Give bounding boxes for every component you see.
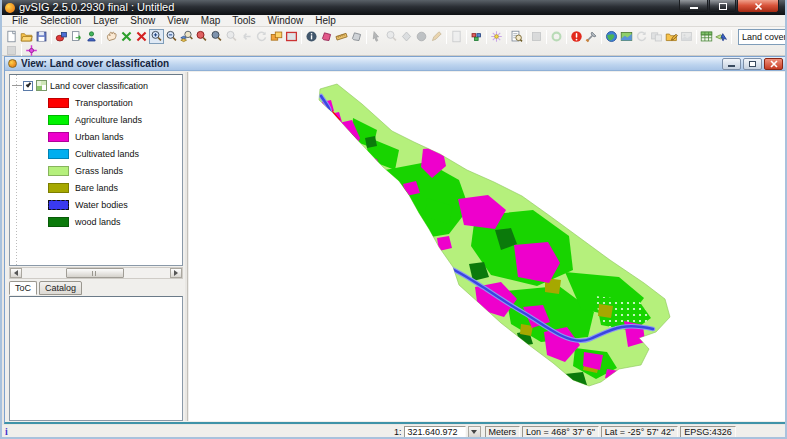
view-window-titlebar[interactable]: View: Land cover classification — [5, 57, 786, 71]
save-project-icon[interactable] — [34, 29, 49, 44]
toolbar-separator — [601, 30, 602, 44]
window-manager-icon[interactable] — [269, 29, 284, 44]
legend-swatch — [48, 115, 69, 125]
layer-name: Land cover classification — [50, 81, 148, 91]
gvsig-app-icon — [5, 3, 15, 13]
color-table-icon[interactable] — [469, 29, 484, 44]
web-globe-icon[interactable] — [604, 29, 619, 44]
geoprocessing-icon[interactable] — [699, 29, 714, 44]
sync-view-icon[interactable] — [549, 29, 564, 44]
menu-window[interactable]: Window — [262, 15, 310, 27]
panel-splitter[interactable] — [185, 72, 188, 421]
map-canvas[interactable] — [307, 78, 677, 393]
legend-item[interactable]: Cultivated lands — [48, 147, 139, 160]
select-by-point-icon[interactable] — [369, 29, 384, 44]
toc-horizontal-scrollbar[interactable] — [9, 267, 183, 279]
layer-visibility-checkbox[interactable] — [23, 81, 33, 91]
tab-toc[interactable]: ToC — [9, 281, 37, 295]
zoom-pixel-icon[interactable] — [209, 29, 224, 44]
hyperlink-icon[interactable] — [349, 29, 364, 44]
tab-catalog[interactable]: Catalog — [39, 281, 82, 295]
refresh-view-icon[interactable] — [634, 29, 649, 44]
legend-item[interactable]: Transportation — [48, 96, 133, 109]
tile-windows-icon[interactable] — [649, 29, 664, 44]
legend-item[interactable]: Grass lands — [48, 164, 123, 177]
select-by-rectangle-icon[interactable] — [384, 29, 399, 44]
toolbar-row-2 — [4, 45, 39, 56]
measure-distance-icon[interactable] — [334, 29, 349, 44]
restore-icon — [749, 61, 756, 67]
clear-zoom-icon[interactable] — [134, 29, 149, 44]
menu-map[interactable]: Map — [195, 15, 226, 27]
zoom-previous-icon[interactable] — [224, 29, 239, 44]
zoom-manager-icon[interactable] — [179, 29, 194, 44]
view-minimize-button[interactable] — [722, 58, 741, 70]
menu-view[interactable]: View — [161, 15, 195, 27]
toolbar-separator — [301, 30, 302, 44]
toolbar-separator — [731, 30, 732, 44]
menu-layer[interactable]: Layer — [87, 15, 124, 27]
add-layer-icon[interactable] — [84, 29, 99, 44]
toolbar-separator — [466, 30, 467, 44]
zoom-out-icon[interactable] — [164, 29, 179, 44]
stop-drawing-icon[interactable] — [529, 29, 544, 44]
legend-swatch — [48, 132, 69, 142]
search-document-icon[interactable] — [509, 29, 524, 44]
legend-item[interactable]: Urban lands — [48, 130, 124, 143]
export-layer-icon[interactable] — [69, 29, 84, 44]
edit-project-icon[interactable] — [664, 29, 679, 44]
nav-refresh-icon[interactable] — [254, 29, 269, 44]
select-by-polygon-icon[interactable] — [399, 29, 414, 44]
legend-item[interactable]: wood lands — [48, 215, 121, 228]
nav-back-icon[interactable] — [239, 29, 254, 44]
select-by-circle-icon[interactable] — [414, 29, 429, 44]
new-document-icon[interactable] — [4, 29, 19, 44]
menu-file[interactable]: File — [6, 15, 34, 27]
scale-value-field[interactable]: 321.640.972 — [404, 426, 466, 438]
menu-selection[interactable]: Selection — [34, 15, 87, 27]
error-console-icon[interactable] — [569, 29, 584, 44]
snapshot-icon[interactable] — [679, 29, 694, 44]
legend-item[interactable]: Agriculture lands — [48, 113, 142, 126]
toolbar: Land cover classification — [2, 27, 785, 56]
scrollbar-thumb[interactable] — [66, 268, 124, 278]
maximize-button[interactable] — [709, 0, 736, 13]
layer-tree-root[interactable]: Land cover classification — [12, 79, 148, 92]
legend-item[interactable]: Water bodies — [48, 198, 128, 211]
symbology-icon[interactable] — [489, 29, 504, 44]
locator-icon[interactable] — [284, 29, 299, 44]
view-close-button[interactable] — [764, 58, 783, 70]
export-view-icon[interactable] — [54, 29, 69, 44]
open-project-icon[interactable] — [19, 29, 34, 44]
info-by-point-icon[interactable] — [304, 29, 319, 44]
legend-label: Grass lands — [75, 166, 123, 176]
legend-label: Bare lands — [75, 183, 118, 193]
menu-help[interactable]: Help — [309, 15, 342, 27]
longitude-cell: Lon = 468° 37' 6" — [522, 426, 599, 438]
view-restore-button[interactable] — [743, 58, 762, 70]
map-viewport[interactable] — [189, 72, 785, 421]
layer-pointer-icon[interactable] — [714, 29, 729, 44]
toolbar-separator — [696, 30, 697, 44]
minimize-button[interactable] — [679, 0, 708, 13]
preferences-icon[interactable] — [584, 29, 599, 44]
legend-item[interactable]: Bare lands — [48, 181, 118, 194]
toc-tree-panel: Land cover classification Transportation… — [9, 74, 183, 266]
scrollbar-track[interactable] — [22, 268, 170, 278]
image-layer-icon[interactable] — [619, 29, 634, 44]
scale-dropdown-button[interactable] — [468, 426, 481, 438]
select-by-line-icon[interactable] — [429, 29, 444, 44]
zoom-selection-icon[interactable] — [194, 29, 209, 44]
pan-tool-icon[interactable] — [104, 29, 119, 44]
close-button[interactable] — [737, 0, 779, 13]
layer-selector-combobox[interactable]: Land cover classification — [738, 29, 787, 45]
measure-area-icon[interactable] — [319, 29, 334, 44]
menu-tools[interactable]: Tools — [226, 15, 261, 27]
zoom-extent-icon[interactable] — [119, 29, 134, 44]
scroll-left-button[interactable] — [10, 268, 22, 278]
legend-swatch — [48, 98, 69, 108]
scroll-right-button[interactable] — [170, 268, 182, 278]
export-document-icon[interactable] — [449, 29, 464, 44]
zoom-in-icon[interactable] — [149, 29, 164, 44]
menu-show[interactable]: Show — [124, 15, 161, 27]
